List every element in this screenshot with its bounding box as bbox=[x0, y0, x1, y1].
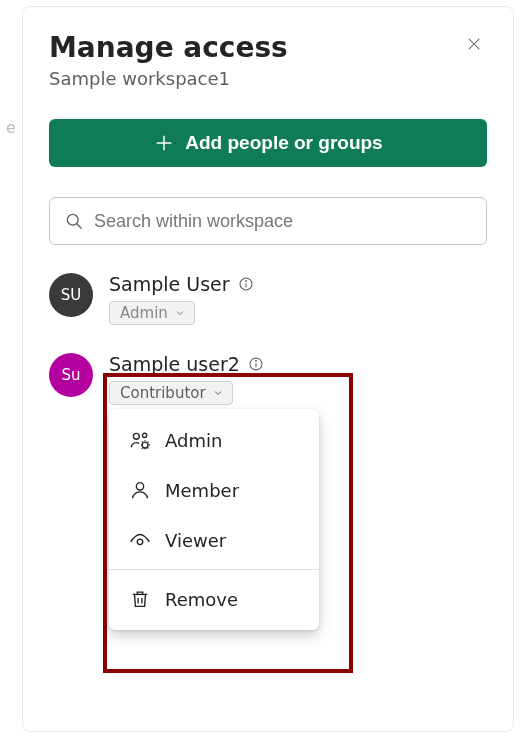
role-menu-item-remove[interactable]: Remove bbox=[109, 574, 319, 624]
svg-point-8 bbox=[245, 281, 246, 282]
plus-icon bbox=[153, 132, 175, 154]
panel-header: Manage access Sample workspace1 bbox=[49, 31, 487, 89]
svg-point-12 bbox=[133, 433, 139, 439]
menu-separator bbox=[109, 569, 319, 570]
person-icon bbox=[129, 479, 151, 501]
role-menu-item-viewer[interactable]: Viewer bbox=[109, 515, 319, 565]
add-people-label: Add people or groups bbox=[185, 132, 382, 154]
role-chip-label: Contributor bbox=[120, 384, 206, 402]
avatar: SU bbox=[49, 273, 93, 317]
background-peek-char: e bbox=[6, 118, 16, 137]
manage-access-panel: Manage access Sample workspace1 Add peop… bbox=[22, 6, 514, 732]
role-menu-item-label: Remove bbox=[165, 589, 238, 610]
user-row: Su Sample user2 Contributor bbox=[49, 353, 487, 405]
svg-point-16 bbox=[137, 539, 143, 545]
user-row: SU Sample User Admin bbox=[49, 273, 487, 325]
user-name: Sample user2 bbox=[109, 353, 240, 375]
background-peek: e bbox=[0, 6, 22, 732]
user-name: Sample User bbox=[109, 273, 230, 295]
role-menu-item-label: Admin bbox=[165, 430, 222, 451]
eye-icon bbox=[129, 529, 151, 551]
search-field[interactable] bbox=[49, 197, 487, 245]
panel-title: Manage access bbox=[49, 31, 288, 64]
role-menu-item-member[interactable]: Member bbox=[109, 465, 319, 515]
role-menu-item-label: Member bbox=[165, 480, 239, 501]
avatar: Su bbox=[49, 353, 93, 397]
add-people-button[interactable]: Add people or groups bbox=[49, 119, 487, 167]
avatar-initials: Su bbox=[61, 366, 80, 384]
role-dropdown-area: Contributor bbox=[109, 375, 264, 405]
svg-point-11 bbox=[255, 361, 256, 362]
avatar-initials: SU bbox=[61, 286, 82, 304]
role-menu-item-label: Viewer bbox=[165, 530, 226, 551]
role-chip: Admin bbox=[109, 301, 195, 325]
search-icon bbox=[64, 211, 84, 231]
info-icon[interactable] bbox=[238, 276, 254, 292]
svg-line-5 bbox=[77, 224, 82, 229]
chevron-down-icon bbox=[174, 307, 186, 319]
people-settings-icon bbox=[129, 429, 151, 451]
svg-point-15 bbox=[136, 483, 143, 490]
chevron-down-icon bbox=[212, 387, 224, 399]
workspace-name: Sample workspace1 bbox=[49, 68, 288, 89]
role-menu-item-admin[interactable]: Admin bbox=[109, 415, 319, 465]
svg-point-4 bbox=[67, 214, 78, 225]
svg-point-14 bbox=[142, 442, 148, 448]
role-chip-label: Admin bbox=[120, 304, 168, 322]
close-button[interactable] bbox=[461, 31, 487, 57]
role-chip[interactable]: Contributor bbox=[109, 381, 233, 405]
svg-point-13 bbox=[142, 433, 146, 437]
role-menu: Admin Member bbox=[109, 409, 319, 630]
close-icon bbox=[465, 35, 483, 53]
trash-icon bbox=[129, 588, 151, 610]
search-input[interactable] bbox=[94, 211, 472, 232]
info-icon[interactable] bbox=[248, 356, 264, 372]
